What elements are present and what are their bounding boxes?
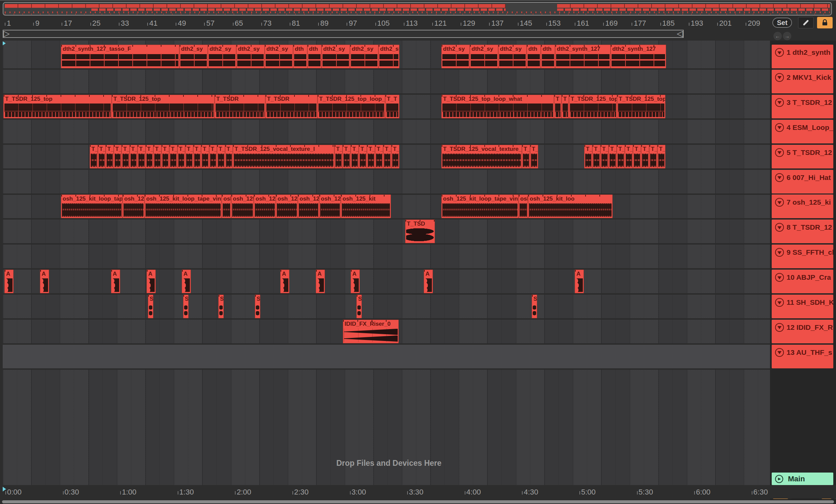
beat-time-ruler[interactable]: 1917253341495765738189971051131211291371… xyxy=(0,16,836,29)
forward-arrow-button[interactable]: → xyxy=(783,32,791,40)
clip[interactable] xyxy=(403,246,433,267)
clip[interactable]: T_T xyxy=(343,145,350,169)
clip[interactable]: osh_125_kit_loop_tape_ xyxy=(61,194,122,218)
dropdown-icon[interactable] xyxy=(775,323,784,332)
dropdown-icon[interactable] xyxy=(775,298,784,307)
clip[interactable]: T_T xyxy=(201,145,209,169)
clip[interactable]: T_T xyxy=(633,145,641,169)
clip[interactable] xyxy=(3,250,399,264)
loop-end-marker-icon[interactable]: ◁ xyxy=(677,30,683,38)
track-header-8[interactable]: 8 T_TSDR_12 xyxy=(772,219,833,243)
clip[interactable]: T_TSDR_125_top_loop_what xyxy=(318,95,385,118)
clip[interactable]: A xyxy=(316,270,325,293)
arrangement-overview[interactable] xyxy=(3,2,832,16)
clip[interactable] xyxy=(496,171,549,193)
clip[interactable]: T_TSDR xyxy=(265,95,318,118)
clip[interactable]: osh_125_kit_loop_tape_vinyl xyxy=(145,194,222,218)
clip[interactable]: A xyxy=(575,270,584,293)
clip[interactable]: dth2_synth_127_tasso_F xyxy=(61,45,179,68)
clip[interactable]: dth xyxy=(541,45,555,68)
clip[interactable]: A xyxy=(40,270,49,293)
clip[interactable]: T_TSDR_125_top_loop_what xyxy=(441,95,554,118)
clip[interactable] xyxy=(4,70,48,93)
clip[interactable]: T_T xyxy=(350,145,359,169)
clip[interactable]: T_T xyxy=(146,145,154,169)
clip[interactable]: T_T xyxy=(130,145,138,169)
clip[interactable] xyxy=(441,250,665,264)
clip[interactable] xyxy=(3,120,399,143)
clip[interactable] xyxy=(255,270,273,293)
track-header-11[interactable]: 11 SH_SDH_K xyxy=(772,295,833,318)
dropdown-icon[interactable] xyxy=(775,173,784,182)
clip[interactable]: osh_125 xyxy=(276,194,298,218)
clip[interactable]: dth xyxy=(527,45,541,68)
dropdown-icon[interactable] xyxy=(775,348,784,357)
clip[interactable] xyxy=(230,70,288,93)
clip[interactable]: dth2_sy xyxy=(470,45,498,68)
clip[interactable] xyxy=(147,70,184,93)
clip[interactable] xyxy=(636,70,666,93)
clip[interactable]: dth2_sy xyxy=(236,45,265,68)
dropdown-icon[interactable] xyxy=(775,248,784,257)
clip[interactable]: T_T xyxy=(153,145,162,169)
dropdown-icon[interactable] xyxy=(775,148,784,157)
dropdown-icon[interactable] xyxy=(775,223,784,232)
main-track-header[interactable]: ▶ Main xyxy=(772,472,833,485)
clip[interactable]: T_T xyxy=(617,145,625,169)
clip[interactable]: T_T xyxy=(225,145,233,169)
clip[interactable]: A xyxy=(147,270,156,293)
track-header-9[interactable]: 9 SS_FFTH_cl xyxy=(772,245,833,268)
clip[interactable]: dth2_sy xyxy=(179,45,208,68)
clip[interactable]: osh_125 xyxy=(231,194,254,218)
clip[interactable]: dth2_synth_127 xyxy=(611,45,666,68)
clip[interactable]: T_T xyxy=(217,145,225,169)
clip[interactable]: S xyxy=(183,295,189,318)
clip[interactable]: dth2_synth_127 xyxy=(555,45,611,68)
dropdown-icon[interactable] xyxy=(775,48,784,57)
clip[interactable]: A xyxy=(280,270,289,293)
clip[interactable]: osh_125_kit_loop_tape_vinyl xyxy=(441,194,518,218)
clip[interactable]: T_T xyxy=(375,145,383,169)
dropdown-icon[interactable] xyxy=(775,73,784,82)
horizontal-scrollbar[interactable] xyxy=(2,500,834,503)
clip[interactable]: T_T xyxy=(177,145,186,169)
set-button[interactable]: Set xyxy=(772,18,792,28)
clip[interactable]: S xyxy=(148,295,153,318)
clip[interactable] xyxy=(533,345,534,368)
loop-region-bar[interactable]: ▷ ◁ xyxy=(3,30,684,38)
clip[interactable] xyxy=(569,70,616,93)
track-header-3[interactable]: 3 T_TSDR_12 xyxy=(772,95,833,118)
clip[interactable]: T_T xyxy=(90,145,98,169)
loop-start-marker-icon[interactable]: ▷ xyxy=(3,30,10,38)
clip[interactable]: S xyxy=(255,295,260,318)
clip[interactable]: T_TSDR_125_vocal_texture_ xyxy=(441,145,522,169)
clip[interactable]: T_T xyxy=(530,145,538,169)
clip[interactable]: T_TSDR_125_vocal_texture_l xyxy=(233,145,335,169)
track-header-7[interactable]: 7 osh_125_ki xyxy=(772,194,833,218)
clip[interactable]: T_TSDR xyxy=(214,95,265,118)
clip[interactable] xyxy=(230,171,287,193)
clip[interactable] xyxy=(496,70,549,93)
arrangement-grid[interactable]: dth2_synth_127_tasso_Fdth2_sydth2_sydth2… xyxy=(3,41,770,485)
clip[interactable]: T_T xyxy=(625,145,633,169)
clip[interactable]: S xyxy=(532,295,537,318)
clip[interactable]: T_T xyxy=(385,95,399,118)
clip[interactable]: A xyxy=(182,270,191,293)
track-header-12[interactable]: 12 IDID_FX_R xyxy=(772,319,833,343)
clip[interactable]: T_TSDR_125_top xyxy=(3,95,112,118)
clip[interactable]: osh_125_kit xyxy=(341,194,391,218)
track-header-4[interactable]: 4 ESM_Loop_ xyxy=(772,120,833,143)
clip[interactable]: A xyxy=(111,270,120,293)
track-header-2[interactable]: 2 MKV1_Kick xyxy=(772,70,833,93)
clip[interactable]: T_T xyxy=(114,145,122,169)
clip[interactable]: dth xyxy=(307,45,322,68)
clip[interactable] xyxy=(256,345,258,368)
track-header-13[interactable]: 13 AU_THF_s xyxy=(772,345,833,368)
clip[interactable]: T xyxy=(562,95,569,118)
clip[interactable] xyxy=(220,345,221,368)
clip[interactable]: T_T xyxy=(359,145,367,169)
clip[interactable]: T_T xyxy=(169,145,177,169)
clip[interactable]: S xyxy=(218,295,224,318)
lock-envelopes-button[interactable] xyxy=(817,17,833,28)
clip[interactable]: T_T xyxy=(391,145,399,169)
